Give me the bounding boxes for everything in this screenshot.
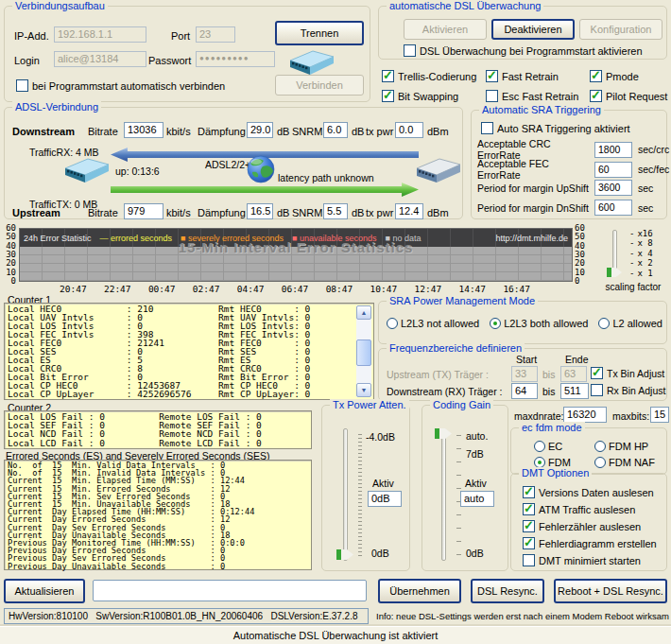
tx-ende-field[interactable]: 63 — [560, 366, 587, 382]
uptime-label: up: 0:13:6 — [115, 165, 160, 177]
sra-trigger-value-field[interactable]: 1800 — [594, 142, 632, 158]
tx-power-aktiv-field[interactable]: 0dB — [368, 491, 402, 507]
sra-power-radio[interactable] — [490, 318, 501, 329]
ds-bitrate-field[interactable]: 13036 — [124, 122, 163, 138]
coding-gain-slider-handle[interactable] — [435, 428, 452, 439]
rx-ende-field[interactable]: 511 — [560, 383, 589, 399]
coding-gain-slider-track[interactable] — [441, 428, 446, 561]
passwort-label: Passwort — [148, 55, 191, 66]
group-verbindungsaufbau: Verbindungsaufbau IP-Add. 192.168.1.1 Po… — [4, 6, 370, 102]
ec-fdm-radio[interactable] — [594, 457, 606, 468]
ds-daempfung-field[interactable]: 29.0 — [247, 122, 273, 138]
dmt-option-label: Versions Daten auslesen — [539, 487, 654, 498]
us-bitrate-field[interactable]: 979 — [124, 203, 163, 219]
adsl-mode-label: ADSL2/2+ — [205, 159, 250, 170]
dmt-option-checkbox[interactable] — [523, 537, 535, 549]
sra-power-radio[interactable] — [387, 318, 398, 329]
scroll-up-icon[interactable]: ▲ — [356, 305, 371, 320]
sra-trigger-value-field[interactable]: 600 — [594, 200, 632, 216]
group-title-sra-triggering: Automatic SRA Triggering — [479, 104, 604, 116]
feature-label: Pilot Request — [606, 91, 667, 102]
us-daempfung-unit: dB — [277, 207, 289, 218]
verbinden-button[interactable]: Verbinden — [275, 75, 364, 96]
sra-trigger-value-field[interactable]: 3600 — [594, 180, 632, 196]
feature-checkbox[interactable] — [486, 90, 498, 102]
modem-icon — [286, 48, 337, 77]
sra-trigger-rows: Acceptable CRC ErrorRate 1800 sec/crc Ac… — [477, 138, 662, 218]
ds-txpwr-unit: dBm — [427, 126, 449, 137]
us-daempfung-field[interactable]: 16.5 — [247, 203, 273, 219]
dmt-option-row: Versions Daten auslesen — [523, 486, 657, 498]
rx-traeger-label: Downstream (RX) Träger : — [387, 386, 503, 397]
feature-checkbox[interactable] — [382, 90, 394, 102]
auto-sra-checkbox[interactable] — [481, 122, 493, 134]
globe-icon — [245, 153, 277, 185]
maxbits-field[interactable]: 15 — [650, 407, 669, 423]
autoconnect-label: bei Programmstart automatisch verbinden — [32, 80, 225, 92]
ds-snrm-field[interactable]: 6.0 — [323, 122, 348, 138]
counter1-scrollbar[interactable]: ▲ ▼ — [356, 305, 371, 397]
x-tick-label: 06:47 — [282, 284, 309, 294]
ec-fdm-radio[interactable] — [534, 441, 545, 452]
command-input[interactable] — [93, 580, 367, 601]
tick-dash: - — [629, 238, 634, 248]
coding-gain-aktiv-field[interactable]: auto — [460, 491, 494, 507]
maxdnrate-field[interactable]: 16320 — [563, 407, 607, 423]
us-txpwr-field[interactable]: 12.4 — [395, 203, 423, 219]
rx-start-field[interactable]: 64 — [511, 383, 538, 399]
scroll-down-icon[interactable]: ▼ — [356, 383, 371, 397]
sra-trigger-label: Acceptable FEC ErrorRate — [477, 158, 594, 181]
tx-start-field[interactable]: 33 — [511, 366, 538, 382]
us-snrm-field[interactable]: 5.5 — [323, 203, 348, 219]
group-sra-power-mode: SRA Power Management Mode L2L3 not allow… — [378, 301, 667, 344]
dmt-option-checkbox[interactable] — [523, 486, 535, 498]
passwort-field[interactable]: ●●●●●●●●● — [196, 51, 275, 67]
x-tick-label: 12:47 — [415, 284, 442, 294]
tx-power-slider-track[interactable] — [343, 428, 348, 561]
ip-address-field[interactable]: 192.168.1.1 — [54, 26, 146, 43]
dmt-option-checkbox[interactable] — [523, 520, 535, 532]
login-field[interactable]: alice@13184 — [54, 51, 146, 67]
sra-power-radio[interactable] — [598, 318, 610, 329]
tx-bin-adjust-label: Tx Bin Adjust — [607, 368, 664, 379]
feature-checkbox[interactable] — [486, 70, 498, 82]
tx-bin-adjust-checkbox[interactable] — [591, 367, 603, 379]
scaling-label: x 2 — [637, 258, 652, 268]
scaling-slider-handle[interactable] — [607, 268, 622, 277]
port-field[interactable]: 23 — [196, 26, 235, 43]
autoconnect-checkbox[interactable] — [16, 79, 28, 92]
coding-gain-7db-label: 7dB — [466, 448, 484, 460]
group-dsl-ueberwachung: automatische DSL Überwachung Aktivieren … — [378, 6, 667, 60]
sra-trigger-row: Acceptable CRC ErrorRate 1800 sec/crc — [477, 138, 662, 158]
uebernehmen-button[interactable]: Übernehmen — [378, 579, 461, 603]
konfiguration-button[interactable]: Konfiguration — [579, 19, 662, 40]
scaling-labels: -x16-x 8-x 4-x 2-x 1 — [629, 229, 653, 278]
group-coding-gain: Coding Gain auto. 7dB 0dB Aktiv auto — [422, 405, 508, 571]
us-txpwr-label: tx pwr — [366, 207, 393, 218]
trennen-button[interactable]: Trennen — [275, 21, 364, 45]
aktualisieren-button[interactable]: Aktualisieren — [4, 579, 85, 603]
scrollbar-thumb[interactable] — [356, 339, 371, 366]
reboot-resync-button[interactable]: Reboot + DSL Resync. — [554, 579, 667, 603]
ec-fdm-radio[interactable] — [594, 441, 606, 452]
ds-bitrate-label: Bitrate — [88, 126, 118, 137]
ds-txpwr-field[interactable]: 0.0 — [395, 122, 423, 138]
tx-power-slider-handle[interactable] — [336, 549, 353, 560]
feature-checkbox[interactable] — [590, 90, 602, 102]
rx-bin-adjust-checkbox[interactable] — [591, 384, 603, 396]
auto-sra-label: Auto SRA Triggering aktiviert — [497, 123, 630, 134]
counter1-box: Local HEC0 : 210 Rmt HEC0 : 0 Local UAV … — [4, 303, 374, 400]
dmt-option-checkbox[interactable] — [523, 503, 535, 515]
feature-checkbox[interactable] — [382, 70, 394, 82]
tx-power-top-label: -4.0dB — [366, 431, 395, 443]
group-frequenzbereiche: Frequenzbereiche definieren Start Ende U… — [378, 348, 667, 401]
sra-trigger-value-field[interactable]: 60 — [594, 162, 632, 178]
dmt-option-checkbox[interactable] — [523, 554, 535, 566]
feature-checkbox[interactable] — [590, 70, 602, 82]
feature-row: Fast Retrain — [486, 70, 590, 82]
deaktivieren-button[interactable]: Deaktivieren — [491, 19, 575, 40]
dsl-resync-button[interactable]: DSL Resync. — [471, 579, 544, 603]
ip-label: IP-Add. — [14, 30, 49, 42]
aktivieren-button[interactable]: Aktivieren — [404, 19, 487, 40]
ueberwachung-startup-checkbox[interactable] — [404, 44, 416, 57]
